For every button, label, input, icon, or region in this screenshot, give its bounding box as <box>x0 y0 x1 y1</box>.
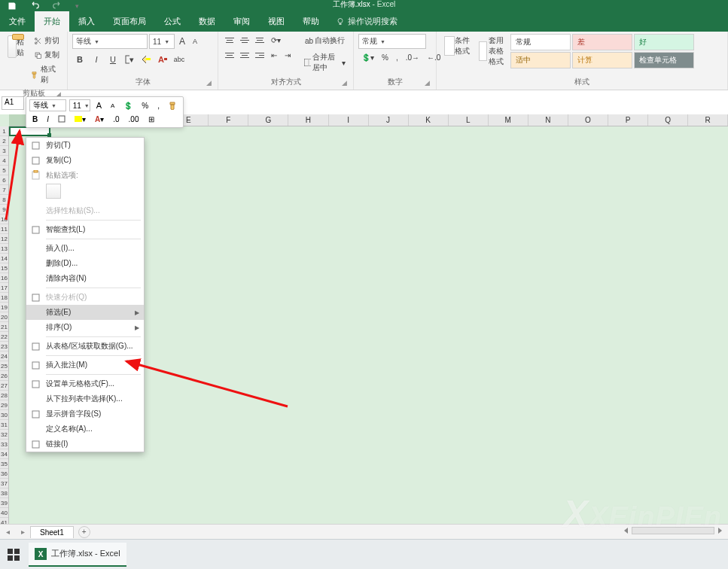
fill-color-button[interactable] <box>139 52 154 67</box>
col-header-G[interactable]: G <box>248 114 288 126</box>
mini-border[interactable] <box>55 114 69 124</box>
tab-文件[interactable]: 文件 <box>0 11 35 32</box>
menu-item-smart_lookup[interactable]: 智能查找(L) <box>26 222 144 237</box>
font-name-combo[interactable]: 等线▼ <box>72 34 148 49</box>
sheet-tab-active[interactable]: Sheet1 <box>30 526 74 538</box>
row-header[interactable]: 19 <box>0 303 8 312</box>
row-header[interactable]: 35 <box>0 459 8 469</box>
mini-bold[interactable]: B <box>29 114 41 125</box>
mini-shrink-font[interactable]: A <box>108 101 117 111</box>
row-header[interactable]: 11 <box>0 224 8 234</box>
mini-accounting[interactable]: 💲 <box>120 100 136 111</box>
row-header[interactable]: 25 <box>0 361 8 371</box>
menu-item-clear[interactable]: 清除内容(N) <box>26 271 144 286</box>
menu-item-cut[interactable]: 剪切(T) <box>26 138 144 153</box>
row-header[interactable]: 17 <box>0 283 8 293</box>
row-header[interactable]: 41 <box>0 518 8 524</box>
row-header[interactable]: 15 <box>0 263 8 273</box>
dialog-launcher-icon[interactable]: ◢ <box>425 79 430 87</box>
accounting-button[interactable]: 💲▾ <box>358 52 377 63</box>
row-header[interactable]: 39 <box>0 498 8 508</box>
row-header[interactable]: 34 <box>0 449 8 459</box>
mini-grow-font[interactable]: A <box>93 99 105 111</box>
col-header-K[interactable]: K <box>409 114 449 126</box>
start-button[interactable] <box>0 540 27 570</box>
horizontal-scrollbar[interactable] <box>623 527 723 534</box>
mini-format-painter[interactable] <box>166 100 180 111</box>
menu-item-filter[interactable]: 筛选(E)▶ <box>26 305 144 320</box>
menu-item-delete[interactable]: 删除(D)... <box>26 256 144 271</box>
tab-视图[interactable]: 视图 <box>259 11 294 32</box>
redo-icon[interactable] <box>50 0 65 12</box>
dialog-launcher-icon[interactable]: ◢ <box>206 79 212 87</box>
increase-decimal-button[interactable]: .0→ <box>403 52 422 63</box>
mini-font-combo[interactable]: 等线▼ <box>29 99 66 111</box>
format-as-table-button[interactable]: 套用表格格式 <box>476 34 507 68</box>
row-header[interactable]: 38 <box>0 488 8 498</box>
paste-option-keep[interactable] <box>46 184 61 199</box>
font-color-button[interactable]: A <box>155 52 170 67</box>
row-header[interactable]: 37 <box>0 479 8 488</box>
align-middle-button[interactable] <box>238 34 251 46</box>
border-button[interactable]: ▾ <box>122 52 137 67</box>
align-right-button[interactable] <box>253 49 267 61</box>
row-header[interactable]: 18 <box>0 293 8 303</box>
col-header-I[interactable]: I <box>329 114 369 126</box>
row-header[interactable]: 32 <box>0 430 8 440</box>
menu-item-define_name[interactable]: 定义名称(A)... <box>26 421 144 437</box>
format-painter-button[interactable]: 格式刷 <box>30 62 62 87</box>
tab-数据[interactable]: 数据 <box>190 11 224 32</box>
mini-comma[interactable]: , <box>154 100 163 111</box>
tab-帮助[interactable]: 帮助 <box>294 11 328 32</box>
copy-button[interactable]: 复制 <box>30 48 62 62</box>
row-header[interactable]: 24 <box>0 351 8 361</box>
align-center-button[interactable] <box>238 49 251 61</box>
shrink-font-button[interactable]: A <box>190 36 200 47</box>
row-header[interactable]: 28 <box>0 391 8 400</box>
row-header[interactable]: 26 <box>0 371 8 381</box>
comma-button[interactable]: , <box>393 52 401 63</box>
row-header[interactable]: 12 <box>0 234 8 244</box>
underline-button[interactable]: U <box>105 52 120 67</box>
style-cell-好[interactable]: 好 <box>634 34 694 50</box>
customize-qat-icon[interactable]: ▾ <box>72 1 82 11</box>
cell-styles-gallery[interactable]: 常规差好适中计算检查单元格 <box>510 34 694 68</box>
undo-icon[interactable] <box>27 0 42 12</box>
mini-fill-color[interactable]: ▾ <box>72 114 89 125</box>
col-header-H[interactable]: H <box>288 114 328 126</box>
style-cell-差[interactable]: 差 <box>572 34 632 50</box>
number-format-combo[interactable]: 常规▼ <box>358 34 426 49</box>
col-header-P[interactable]: P <box>608 114 648 126</box>
align-left-button[interactable] <box>223 49 236 61</box>
col-header-L[interactable]: L <box>449 114 489 126</box>
menu-item-insert[interactable]: 插入(I)... <box>26 241 144 256</box>
save-icon[interactable] <box>5 0 20 12</box>
taskbar-item-excel[interactable]: X 工作簿.xlsx - Excel <box>29 543 126 567</box>
row-header[interactable]: 33 <box>0 440 8 449</box>
italic-button[interactable]: I <box>89 52 104 67</box>
row-header[interactable]: 31 <box>0 420 8 430</box>
merge-center-button[interactable]: 合并后居中 ▾ <box>301 50 349 75</box>
mini-italic[interactable]: I <box>44 114 52 125</box>
percent-button[interactable]: % <box>379 52 391 63</box>
mini-inc-dec[interactable]: .0 <box>110 114 122 125</box>
style-cell-计算[interactable]: 计算 <box>572 52 632 68</box>
mini-percent[interactable]: % <box>139 100 151 111</box>
align-top-button[interactable] <box>223 34 236 46</box>
orientation-button[interactable]: ⟳▾ <box>268 35 284 46</box>
conditional-format-button[interactable]: 条件格式 <box>441 34 473 58</box>
tab-开始[interactable]: 开始 <box>35 11 69 32</box>
row-header[interactable]: 16 <box>0 273 8 283</box>
tab-插入[interactable]: 插入 <box>69 11 104 32</box>
tab-页面布局[interactable]: 页面布局 <box>104 11 155 32</box>
tell-me-search[interactable]: 操作说明搜索 <box>336 11 398 32</box>
row-header[interactable]: 14 <box>0 254 8 263</box>
col-header-Q[interactable]: Q <box>648 114 688 126</box>
mini-dec-dec[interactable]: .00 <box>126 114 142 125</box>
font-size-combo[interactable]: 11▼ <box>149 34 175 49</box>
row-header[interactable]: 13 <box>0 244 8 254</box>
menu-item-link[interactable]: 链接(I) <box>26 437 144 452</box>
col-header-F[interactable]: F <box>209 114 248 126</box>
phonetic-button[interactable]: abc <box>172 52 187 67</box>
mini-font-color[interactable]: A▾ <box>92 114 107 125</box>
